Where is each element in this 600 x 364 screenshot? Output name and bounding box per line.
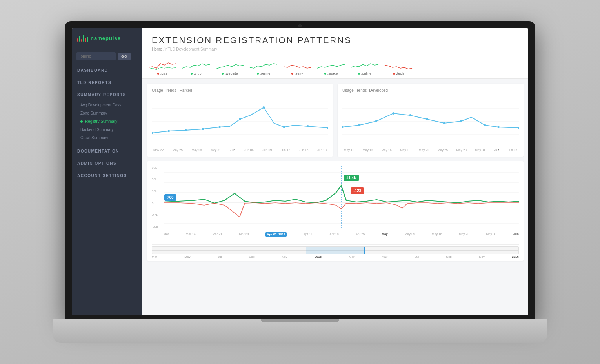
charts-grid: Usage Trends - Parked [142, 79, 528, 161]
timeline-bar: Mar May Jul Sep Nov 2015 Mar May Jul Sep… [152, 244, 519, 256]
sidebar-sub-avg-dev-days[interactable]: Avg Development Days [72, 101, 142, 109]
sidebar-item-dashboard[interactable]: DASHBOARD [72, 64, 142, 76]
breadcrumb-home[interactable]: Home [152, 47, 162, 51]
y-axis: 30k 20k 10k 0 -10k -20k [152, 166, 164, 229]
sidebar-item-tld-reports[interactable]: TLD REPORTS [72, 76, 142, 89]
mini-chart-website[interactable]: .website [216, 60, 244, 75]
svg-point-12 [327, 127, 328, 129]
mini-sparkline-online2 [351, 60, 378, 71]
sidebar: namepulse GO DASHBOARD TLD REPORTS SUMMA… [72, 28, 142, 315]
svg-point-16 [342, 126, 344, 128]
active-indicator [80, 120, 83, 123]
svg-point-20 [409, 114, 411, 116]
timeline-labels: Mar May Jul Sep Nov 2015 Mar May Jul Sep… [152, 254, 519, 259]
svg-point-19 [392, 112, 394, 115]
logo-area: namepulse [72, 28, 142, 48]
bottom-chart-area: 30k 20k 10k 0 -10k -20k [152, 166, 519, 237]
svg-point-8 [239, 118, 241, 120]
developed-chart-area [342, 96, 519, 147]
svg-point-22 [443, 122, 445, 124]
bottom-chart-card: 30k 20k 10k 0 -10k -20k [147, 161, 524, 261]
bottom-x-axis: Mar Mar 14 Mar 21 Mar 28 Apr 07, 2016 Ap… [164, 232, 519, 237]
developed-chart-title: Usage Trends -Developed [342, 88, 519, 93]
parked-x-axis: May 22 May 25 May 28 May 31 Jun Jun 06 J… [152, 148, 328, 152]
page-title: EXTENSION REGISTRATION PATTERNS [152, 35, 519, 46]
mini-sparkline-space [317, 60, 345, 71]
sidebar-sub-zone-summary[interactable]: Zone Summary [72, 109, 142, 117]
mini-chart-tech[interactable]: .tech [385, 60, 412, 75]
tooltip-red: -123 [351, 187, 364, 194]
logo-text: namepulse [91, 35, 121, 41]
mini-chart-club[interactable]: .club [182, 60, 210, 75]
svg-point-23 [460, 120, 462, 122]
svg-point-21 [426, 118, 428, 120]
parked-chart-title: Usage Trends - Parked [152, 88, 328, 93]
mini-sparkline-website [216, 60, 244, 71]
camera-dot [298, 24, 302, 27]
page-header: EXTENSION REGISTRATION PATTERNS Home / n… [142, 28, 528, 56]
parked-chart-svg [152, 96, 328, 147]
mini-charts-row: .pics .club [142, 56, 528, 79]
svg-point-3 [152, 132, 153, 134]
parked-chart-card: Usage Trends - Parked [147, 84, 333, 157]
developed-chart-card: Usage Trends -Developed [338, 84, 524, 157]
tooltip-green: 11.4k [344, 175, 359, 181]
sidebar-sub-registry-summary[interactable]: Registry Summary [72, 117, 142, 126]
svg-point-10 [283, 126, 285, 128]
bottom-chart-svg [164, 166, 519, 229]
sidebar-item-documentation[interactable]: DOCUMENTATION [72, 145, 142, 157]
mini-sparkline-sexy [284, 60, 311, 71]
laptop-base [53, 319, 547, 343]
svg-point-9 [263, 106, 265, 109]
mini-chart-space[interactable]: .space [317, 60, 345, 75]
main-content: EXTENSION REGISTRATION PATTERNS Home / n… [142, 28, 528, 315]
breadcrumb: Home / nTLD Development Summary [152, 47, 519, 51]
mini-chart-sexy[interactable]: .sexy [284, 60, 311, 75]
mini-sparkline-pics [149, 60, 176, 71]
svg-point-4 [168, 130, 170, 132]
mini-sparkline-tech [385, 60, 412, 71]
svg-point-5 [185, 129, 187, 131]
sidebar-sub-crawl-summary[interactable]: Crawl Summary [72, 134, 142, 142]
svg-point-6 [202, 128, 204, 130]
svg-point-17 [358, 124, 360, 126]
svg-point-18 [375, 120, 377, 122]
tooltip-blue: 700 [164, 194, 176, 201]
sidebar-item-account-settings[interactable]: ACCOUNT SETTINGS [72, 169, 142, 182]
svg-point-11 [307, 125, 309, 127]
svg-point-26 [518, 127, 519, 129]
mini-chart-pics[interactable]: .pics [149, 60, 176, 75]
svg-point-7 [218, 126, 220, 128]
mini-sparkline-club [182, 60, 210, 71]
parked-chart-area [152, 96, 328, 147]
mini-sparkline-online [250, 60, 277, 71]
search-input[interactable] [76, 52, 116, 60]
mini-chart-online[interactable]: .online [250, 60, 277, 75]
svg-point-25 [497, 126, 499, 128]
sidebar-item-summary-reports[interactable]: SUMMARY REPORTS [72, 89, 142, 101]
sidebar-item-admin-options[interactable]: ADMIN OPTIONS [72, 157, 142, 169]
svg-point-24 [484, 124, 486, 126]
logo-icon [77, 35, 88, 42]
search-area: GO [72, 48, 142, 64]
mini-chart-online2[interactable]: .online [351, 60, 378, 75]
developed-chart-svg [342, 96, 519, 147]
sidebar-sub-backend-summary[interactable]: Backend Summary [72, 126, 142, 134]
developed-x-axis: May 10 May 13 May 16 May 19 May 22 May 2… [342, 148, 519, 152]
search-go-button[interactable]: GO [118, 53, 131, 60]
